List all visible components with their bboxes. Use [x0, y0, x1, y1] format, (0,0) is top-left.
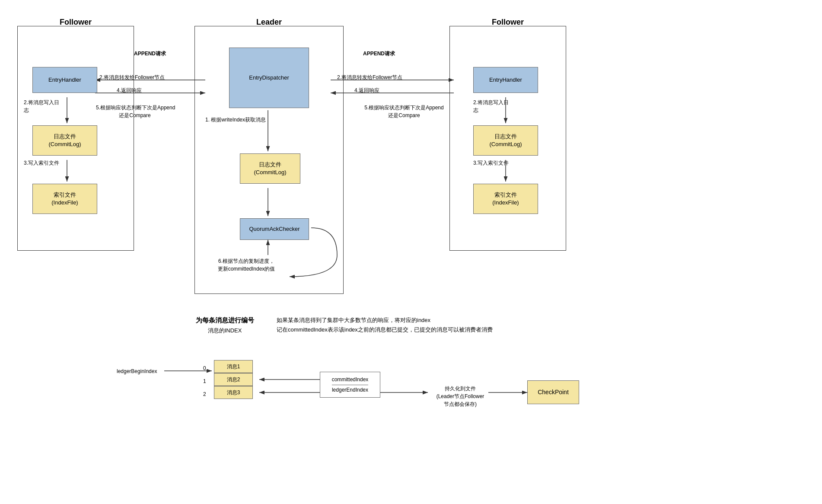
step2-forward-left-label: 2.将消息转发给Follower节点	[99, 73, 165, 81]
step2-forward-right-label: 2.将消息转发给Follower节点	[337, 73, 402, 81]
quorum-ack-checker: QuorumAckChecker	[240, 218, 309, 240]
entry-handler-left: EntryHandler	[32, 67, 97, 93]
follower-right-label: Follower	[492, 18, 524, 27]
commitlog-right: 日志文件 (CommitLog)	[473, 125, 538, 156]
committed-index-label: committedIndex	[332, 375, 369, 385]
ledger-begin-label: ledgerBeginIndex	[117, 367, 157, 375]
entry-handler-right: EntryHandler	[473, 67, 538, 93]
step5-right-label: 5.根据响应状态判断下次是Append 还是Compare	[363, 104, 445, 119]
index-box: committedIndex ledgerEndIndex	[320, 372, 380, 398]
ledger-end-index-label: ledgerEndIndex	[332, 385, 368, 395]
diagram-container: Follower EntryHandler 2.将消息写入日志 日志文件 (Co…	[0, 0, 822, 504]
follower-left-label: Follower	[60, 18, 92, 27]
persist-label: 持久化到文件 (Leader节点Follower 节点都会保存)	[430, 385, 491, 408]
commitlog-leader: 日志文件 (CommitLog)	[240, 153, 300, 184]
entry-dispatcher: EntryDispatcher	[229, 48, 309, 108]
step4-return-left-label: 4.返回响应	[117, 86, 142, 94]
step1-label: 1. 根据writeIndex获取消息	[205, 116, 292, 124]
index-2: 2	[203, 390, 206, 398]
msg2-box: 消息2	[214, 373, 253, 386]
bottom-description: 如果某条消息得到了集群中大多数节点的响应，将对应的index 记在committ…	[277, 316, 501, 335]
index-1: 1	[203, 377, 206, 385]
msg1-box: 消息1	[214, 360, 253, 373]
append-request-right-label: APPEND请求	[363, 50, 395, 57]
bottom-title: 为每条消息进行编号	[182, 316, 268, 325]
leader-label: Leader	[256, 18, 282, 27]
append-request-left-label: APPEND请求	[134, 50, 166, 57]
step6-label: 6.根据节点的复制进度， 更新committedIndex的值	[199, 257, 294, 273]
checkpoint-box: CheckPoint	[527, 380, 579, 404]
indexfile-right: 索引文件 (IndexFile)	[473, 184, 538, 214]
step3-index-left: 3.写入索引文件	[24, 159, 63, 167]
step2-log-left: 2.将消息写入日志	[24, 99, 63, 114]
commitlog-left: 日志文件 (CommitLog)	[32, 125, 97, 156]
step4-return-right-label: 4.返回响应	[354, 86, 379, 94]
indexfile-left: 索引文件 (IndexFile)	[32, 184, 97, 214]
step3-index-right: 3.写入索引文件	[473, 159, 512, 167]
index-0: 0	[203, 364, 206, 372]
bottom-subtitle: 消息的INDEX	[190, 326, 259, 335]
msg3-box: 消息3	[214, 386, 253, 399]
step2-log-right: 2.将消息写入日志	[473, 99, 512, 114]
step5-left-label: 5.根据响应状态判断下次是Append 还是Compare	[96, 104, 174, 119]
